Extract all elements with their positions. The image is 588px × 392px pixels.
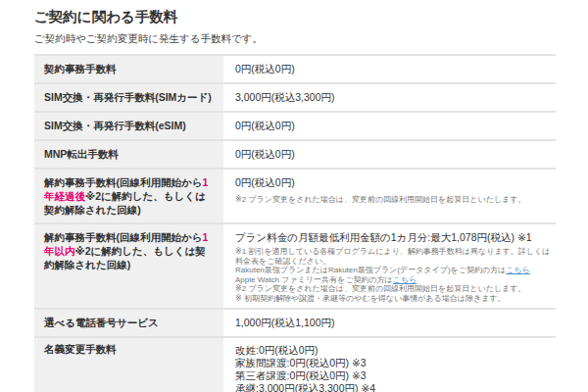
- fee-value: 0円(税込0円): [235, 175, 552, 189]
- row-label: 選べる電話番号サービス: [34, 310, 223, 336]
- row-label: MNP転出手数料: [34, 141, 223, 168]
- row-notes: ※1 割引を適用している各種プログラムにより、解約事務手数料は異なります。詳しく…: [235, 247, 552, 303]
- table-row-phone-number-service: 選べる電話番号サービス 1,000円(税込1,100円): [34, 310, 556, 338]
- page-subtitle: ご契約時やご契約変更時に発生する手数料です。: [34, 32, 556, 45]
- note-line: ※ 初期契約解除や譲渡・承継等のやむを得ない事情がある場合は除きます。: [235, 294, 552, 304]
- row-value: 3,000円(税込3,300円): [223, 84, 556, 111]
- label-text: 解約事務手数料(回線利用開始から: [44, 176, 203, 188]
- row-note: ※2 プラン変更をされた場合は、変更前の回線利用開始日を起算日といたします。: [235, 195, 552, 205]
- fees-table: 契約事務手数料 0円(税込0円) SIM交換・再発行手数料(SIMカード) 3,…: [34, 54, 556, 392]
- row-value: 1,000円(税込1,100円): [223, 310, 556, 336]
- label-text: 解約事務手数料(回線利用開始から: [44, 231, 203, 243]
- row-value: 改姓:0円(税込0円) 家族間譲渡:0円(税込0円) ※3 第三者譲渡:0円(税…: [223, 338, 556, 392]
- row-label: 名義変更手数料: [34, 338, 223, 392]
- row-value: プラン料金の月額最低利用金額の1カ月分:最大1,078円(税込) ※1 ※1 割…: [223, 224, 556, 308]
- table-row-cancel-after-1year: 解約事務手数料(回線利用開始から1年経過後※2に解約した、もしくは契約解除された…: [34, 170, 556, 224]
- fee-value: 承継:3,000円(税込3,300円) ※4: [235, 382, 552, 392]
- table-row-sim-card-reissue: SIM交換・再発行手数料(SIMカード) 3,000円(税込3,300円): [34, 84, 556, 113]
- row-label: SIM交換・再発行手数料(SIMカード): [34, 84, 223, 111]
- fee-value: 家族間譲渡:0円(税込0円) ※3: [235, 357, 552, 369]
- row-value: 0円(税込0円): [223, 113, 556, 139]
- table-row-contract-fee: 契約事務手数料 0円(税込0円): [34, 56, 556, 84]
- fee-value: 改姓:0円(税込0円): [235, 344, 552, 357]
- page-title: ご契約に関わる手数料: [34, 8, 556, 25]
- row-label: 解約事務手数料(回線利用開始から1年経過後※2に解約した、もしくは契約解除された…: [34, 170, 223, 222]
- table-row-esim-reissue: SIM交換・再発行手数料(eSIM) 0円(税込0円): [34, 113, 556, 141]
- note-text: Rakuten最強プランまたはRakuten最強プラン(データタイプ)をご契約の…: [235, 266, 506, 274]
- fee-value: 第三者譲渡:0円(税込0円) ※3: [235, 369, 552, 382]
- fees-page: ご契約に関わる手数料 ご契約時やご契約変更時に発生する手数料です。 契約事務手数…: [0, 0, 588, 392]
- note-line: Rakuten最強プランまたはRakuten最強プラン(データタイプ)をご契約の…: [235, 266, 552, 275]
- row-value: 0円(税込0円) ※2 プラン変更をされた場合は、変更前の回線利用開始日を起算日…: [223, 170, 556, 222]
- row-value: 0円(税込0円): [223, 56, 556, 82]
- table-row-name-change: 名義変更手数料 改姓:0円(税込0円) 家族間譲渡:0円(税込0円) ※3 第三…: [34, 338, 556, 392]
- row-label: 契約事務手数料: [34, 56, 223, 82]
- table-row-cancel-within-1year: 解約事務手数料(回線利用開始から1年以内※2に解約した、もしくは契約解除された回…: [34, 224, 556, 310]
- kochira-link-apple-watch[interactable]: こちら: [393, 275, 417, 284]
- row-label: 解約事務手数料(回線利用開始から1年以内※2に解約した、もしくは契約解除された回…: [34, 224, 223, 308]
- note-line: ※2 プラン変更をされた場合は、変更前の回線利用開始日を起算日といたします。: [235, 284, 552, 294]
- row-label: SIM交換・再発行手数料(eSIM): [34, 113, 223, 139]
- fee-value: プラン料金の月額最低利用金額の1カ月分:最大1,078円(税込) ※1: [235, 230, 552, 244]
- note-line: ※1 割引を適用している各種プログラムにより、解約事務手数料は異なります。詳しく…: [235, 247, 552, 266]
- table-row-mnp-transfer: MNP転出手数料 0円(税込0円): [34, 141, 556, 170]
- note-text: Apple Watch ファミリー共有をご契約の方は: [235, 275, 393, 284]
- note-line: Apple Watch ファミリー共有をご契約の方はこちら: [235, 275, 552, 285]
- kochira-link-saikyo-plan[interactable]: こちら: [506, 266, 530, 274]
- row-value: 0円(税込0円): [223, 141, 556, 168]
